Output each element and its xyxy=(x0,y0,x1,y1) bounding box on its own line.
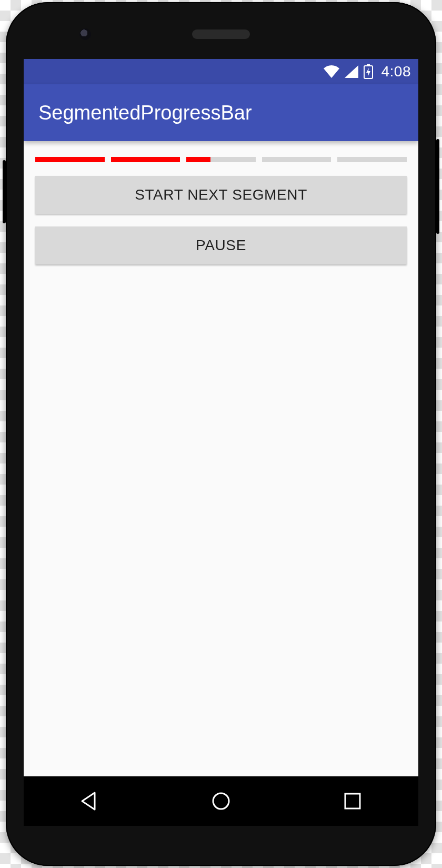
pause-button[interactable]: PAUSE xyxy=(35,226,407,264)
svg-rect-3 xyxy=(345,794,360,808)
phone-side-button-right xyxy=(436,139,439,234)
status-time: 4:08 xyxy=(381,63,411,80)
phone-camera xyxy=(79,28,91,40)
content-area: START NEXT SEGMENT PAUSE xyxy=(24,141,418,293)
start-next-segment-button[interactable]: START NEXT SEGMENT xyxy=(35,176,407,214)
progress-segment xyxy=(262,157,332,162)
phone-earpiece xyxy=(192,29,250,39)
nav-home-icon[interactable] xyxy=(210,791,232,812)
status-bar: 4:08 xyxy=(24,59,418,84)
phone-side-button-left xyxy=(3,160,6,223)
signal-icon xyxy=(345,65,358,78)
app-title: SegmentedProgressBar xyxy=(38,102,252,124)
screen: 4:08 SegmentedProgressBar START NEXT SEG… xyxy=(24,59,418,776)
svg-point-2 xyxy=(213,793,229,809)
phone-frame: 4:08 SegmentedProgressBar START NEXT SEG… xyxy=(6,2,436,866)
battery-charging-icon xyxy=(364,64,373,79)
segmented-progress-bar xyxy=(35,157,407,162)
progress-segment xyxy=(186,157,256,162)
app-bar: SegmentedProgressBar xyxy=(24,84,418,141)
progress-segment xyxy=(111,157,180,162)
system-nav-bar xyxy=(24,776,418,826)
progress-segment xyxy=(35,157,105,162)
nav-back-icon[interactable] xyxy=(79,791,100,812)
nav-recent-icon[interactable] xyxy=(342,791,363,812)
wifi-icon xyxy=(324,65,339,78)
svg-rect-1 xyxy=(367,64,370,66)
progress-segment xyxy=(337,157,407,162)
